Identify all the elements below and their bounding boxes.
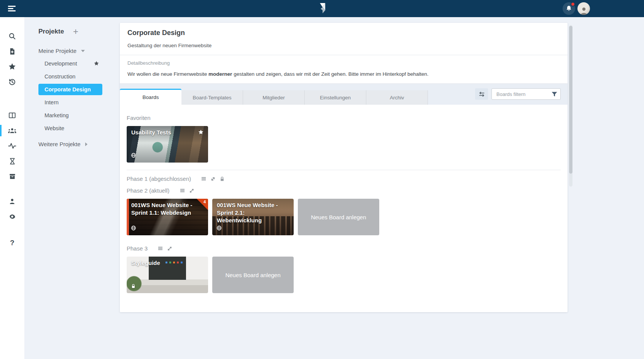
section-label-phase3: Phase 3 — [127, 245, 148, 252]
swap-horizontal-icon[interactable] — [475, 88, 488, 100]
project-list: Development Construction Corporate Desig… — [24, 57, 120, 135]
activity-pulse-icon[interactable] — [0, 138, 24, 153]
star-icon[interactable] — [94, 61, 99, 67]
section-phase-3: Phase 3 — [127, 245, 561, 252]
board-color-stripe — [127, 199, 129, 235]
board-card-usability-tests[interactable]: Usability Tests — [127, 126, 208, 163]
lock-icon — [219, 176, 225, 182]
sidebar-item-marketing[interactable]: Marketing — [38, 109, 102, 122]
lock-icon — [131, 283, 136, 290]
board-card-sprint-2-1[interactable]: 001WS Neue Website - Sprint 2.1: Webentw… — [212, 199, 294, 235]
menu-icon[interactable] — [201, 176, 207, 182]
tab-bar: Boards Board-Templates Mitglieder Einste… — [120, 89, 428, 105]
tab-archiv[interactable]: Archiv — [366, 90, 428, 105]
project-description: Wir wollen die neue Firmenwebsite modern… — [127, 71, 560, 77]
avatar[interactable] — [577, 2, 590, 15]
tab-einstellungen[interactable]: Einstellungen — [305, 90, 366, 105]
topbar-actions — [563, 0, 590, 17]
sidebar-title: Projekte — [38, 28, 64, 35]
history-icon[interactable] — [0, 74, 24, 89]
section-phase-1: Phase 1 (abgeschlossen) — [127, 176, 561, 182]
settings-gear-icon[interactable] — [0, 209, 24, 224]
new-board-button[interactable]: Neues Board anlegen — [298, 199, 379, 235]
group-weitere-projekte[interactable]: Weitere Projekte — [38, 141, 120, 147]
globe-icon — [131, 225, 136, 232]
collapse-icon[interactable] — [189, 188, 194, 193]
tab-mitglieder[interactable]: Mitglieder — [243, 90, 305, 105]
hourglass-icon[interactable] — [0, 153, 24, 169]
section-label-phase1: Phase 1 (abgeschlossen) — [127, 176, 191, 182]
chevron-right-icon — [85, 142, 87, 146]
topbar — [0, 0, 644, 17]
new-document-icon[interactable] — [0, 44, 24, 59]
menu-icon[interactable] — [8, 6, 16, 11]
board-card-sprint-1-1[interactable]: 001WS Neue Website - Sprint 1.1: Webdesi… — [127, 199, 208, 235]
tab-board-templates[interactable]: Board-Templates — [181, 90, 243, 105]
tabs-strip: Boards Board-Templates Mitglieder Einste… — [120, 83, 568, 105]
board-card-styleguide[interactable]: Styleguide — [127, 257, 208, 293]
app-logo — [317, 2, 327, 16]
filter-input-wrapper — [491, 88, 561, 100]
section-label-favoriten: Favoriten — [127, 115, 151, 121]
notifications-icon[interactable] — [563, 2, 575, 15]
favorites-star-icon[interactable] — [0, 59, 24, 74]
badge-count: 4 — [204, 199, 206, 204]
team-groups-icon[interactable] — [0, 123, 24, 138]
sidebar-item-development[interactable]: Development — [38, 57, 102, 70]
section-phase-2: Phase 2 (aktuell) — [127, 187, 561, 194]
boards-columns-icon[interactable] — [0, 108, 24, 123]
globe-icon — [216, 225, 222, 232]
project-subtitle: Gestaltung der neuen Firmenwebsite — [127, 43, 560, 48]
sidebar-item-intern[interactable]: Intern — [38, 96, 102, 109]
expand-icon[interactable] — [210, 176, 216, 182]
globe-icon — [131, 153, 136, 160]
archive-icon[interactable] — [0, 169, 24, 184]
star-icon[interactable] — [198, 129, 204, 137]
collapse-icon[interactable] — [167, 246, 172, 251]
project-detail-panel: Corporate Design Gestaltung der neuen Fi… — [120, 23, 568, 312]
sidebar-item-website[interactable]: Website — [38, 122, 102, 135]
boards-filter-input[interactable] — [496, 91, 552, 97]
group-meine-projekte[interactable]: Meine Projekte — [38, 48, 120, 54]
boards-panel: Favoriten Usability Tests Phase 1 (abges… — [120, 105, 568, 293]
menu-icon[interactable] — [180, 188, 185, 193]
scrollbar-thumb[interactable] — [569, 26, 572, 174]
icon-rail: ? — [0, 17, 24, 359]
page-title: Corporate Design — [127, 29, 560, 37]
divider — [127, 170, 561, 170]
add-project-button[interactable]: + — [73, 28, 78, 35]
funnel-filter-icon[interactable] — [552, 91, 557, 97]
project-sidebar: Projekte + Meine Projekte Development Co… — [24, 17, 120, 359]
menu-icon[interactable] — [157, 246, 163, 251]
chevron-down-icon — [81, 50, 85, 52]
tab-boards[interactable]: Boards — [120, 89, 181, 105]
profile-person-icon[interactable] — [0, 194, 24, 209]
search-icon[interactable] — [0, 29, 24, 44]
sidebar-item-corporate-design[interactable]: Corporate Design — [38, 84, 102, 95]
detail-label: Detailbeschreibung — [127, 60, 560, 66]
notification-badge — [571, 2, 575, 6]
new-board-button[interactable]: Neues Board anlegen — [212, 257, 294, 293]
section-label-phase2: Phase 2 (aktuell) — [127, 187, 170, 194]
help-icon[interactable]: ? — [0, 235, 24, 251]
corner-badge — [197, 199, 208, 210]
sidebar-item-construction[interactable]: Construction — [38, 70, 102, 83]
